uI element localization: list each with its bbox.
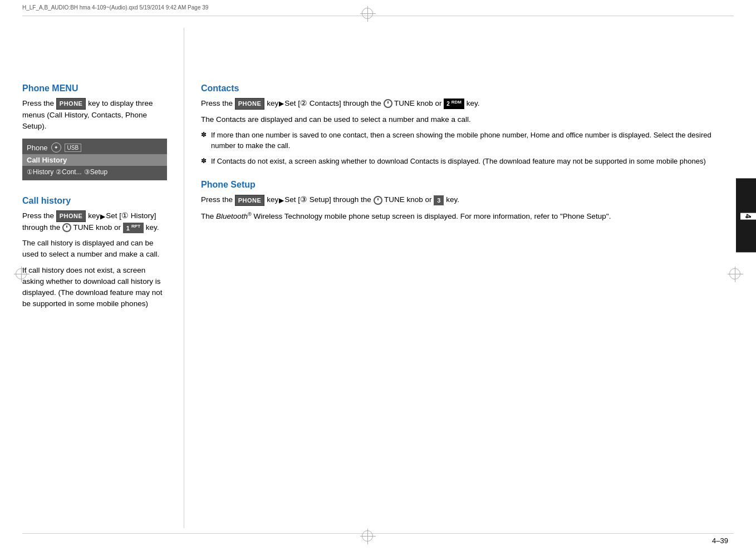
phone-setup-para2-post: Wireless Technology mobile phone setup s… (253, 212, 611, 220)
contacts-para1: Press the PHONE key▶Set [② Contacts] thr… (201, 98, 728, 110)
phone-menu-title: Phone MENU (22, 83, 167, 94)
bottom-item-3: ③Setup (84, 168, 107, 176)
arrow-right-1: ▶ (100, 211, 105, 222)
tune-knob-1 (62, 223, 71, 232)
column-divider (184, 28, 184, 528)
page-header: H_LF_A,B_AUDIO:BH hma 4-109~(Audio).qxd … (22, 4, 734, 11)
phone-setup-title: Phone Setup (201, 180, 728, 190)
chapter-tab: 4 Multimedia System (736, 178, 756, 252)
bluetooth-icon: ✦ (51, 142, 61, 152)
usb-badge: USB (65, 144, 82, 152)
call-history-para3: If call history does not exist, a screen… (22, 265, 167, 310)
contacts-bullet-2: If Contacts do not exist, a screen askin… (201, 156, 728, 167)
left-column: Phone MENU Press the PHONE key to displa… (22, 28, 178, 528)
crosshair-bottom (362, 530, 373, 542)
phone-key-badge-4: PHONE (235, 195, 265, 206)
phone-display-call-history: Call History (22, 154, 167, 166)
phone-setup-section: Phone Setup Press the PHONE key▶Set [③ S… (201, 180, 728, 222)
page-number: 4–39 (712, 537, 728, 545)
phone-key-badge-1: PHONE (56, 98, 86, 110)
bottom-item-2: ②Cont... (56, 168, 81, 176)
phone-key-badge-2: PHONE (56, 210, 86, 222)
contacts-bullet-list: If more than one number is saved to one … (201, 130, 728, 167)
phone-key-badge-3: PHONE (235, 98, 265, 110)
call-history-para2: The call history is displayed and can be… (22, 238, 167, 260)
bluetooth-text: Bluetooth® (216, 212, 252, 220)
arrow-right-2: ▶ (279, 99, 284, 109)
header-filename: H_LF_A,B_AUDIO:BH hma 4-109~(Audio).qxd … (22, 4, 208, 11)
tune-knob-3 (374, 196, 382, 205)
call-history-section: Call history Press the PHONE key▶Set [① … (22, 196, 167, 309)
reg-mark: ® (248, 211, 252, 217)
phone-menu-intro-pre: Press the (22, 99, 54, 107)
circle-1: ① (121, 211, 129, 220)
arrow-right-3: ▶ (279, 195, 284, 205)
contacts-title: Contacts (201, 83, 728, 94)
header-divider (22, 16, 734, 16)
call-history-title: Call history (22, 196, 167, 206)
contacts-bullet-1: If more than one number is saved to one … (201, 130, 728, 151)
crosshair-right (729, 268, 740, 279)
phone-setup-para1: Press the PHONE key▶Set [③ Setup] throug… (201, 194, 728, 206)
crosshair-top (362, 8, 373, 19)
tune-knob-2 (384, 99, 392, 108)
phone-display-box: Phone ✦ USB Call History ①History ②Cont.… (22, 139, 167, 180)
footer-divider (22, 533, 734, 534)
chapter-number: 4 (740, 213, 756, 220)
phone-menu-section: Phone MENU Press the PHONE key to displa… (22, 83, 167, 180)
phone-display-header-text: Phone (27, 144, 48, 152)
num-key-1rpt: 1 RPT (123, 223, 144, 233)
contacts-section: Contacts Press the PHONE key▶Set [② Cont… (201, 83, 728, 166)
phone-setup-para2: The Bluetooth® Wireless Technology mobil… (201, 210, 728, 222)
phone-display-bottom: ①History ②Cont... ③Setup (22, 166, 167, 178)
num-key-3: 3 (434, 195, 444, 206)
right-column: Contacts Press the PHONE key▶Set [② Cont… (190, 28, 728, 528)
call-history-para1: Press the PHONE key▶Set [① History] thro… (22, 210, 167, 233)
contacts-para2: The Contacts are displayed and can be us… (201, 114, 728, 125)
num-key-2rdm: 2 RDM (444, 99, 464, 109)
phone-display-header: Phone ✦ USB (22, 141, 167, 154)
phone-menu-intro: Press the PHONE key to display three men… (22, 98, 167, 132)
bottom-item-1: ①History (27, 168, 53, 176)
main-content: Phone MENU Press the PHONE key to displa… (22, 28, 728, 528)
